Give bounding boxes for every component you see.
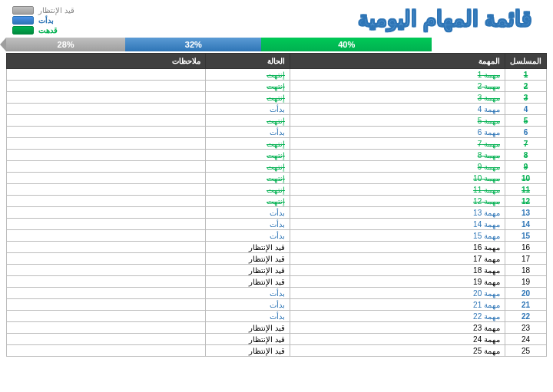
table-row: 25مهمة 25قيد الإنتظار — [7, 345, 547, 357]
cell-status: قيد الإنتظار — [206, 265, 290, 276]
table-row: 14مهمة 14بدأت — [7, 219, 547, 230]
cell-seq: 16 — [505, 242, 547, 253]
cell-task: مهمة 6 — [290, 127, 505, 138]
col-header-seq: المسلسل — [505, 54, 547, 69]
cell-notes — [7, 81, 206, 92]
cell-status: إنتهت — [206, 138, 290, 150]
cell-status: قيد الإنتظار — [206, 345, 290, 357]
cell-status: بدأت — [206, 288, 290, 299]
cell-status: بدأت — [206, 230, 290, 242]
table-row: 19مهمة 19قيد الإنتظار — [7, 276, 547, 288]
cell-seq: 24 — [505, 334, 547, 345]
swatch-green-icon — [12, 26, 34, 35]
cell-notes — [7, 69, 206, 81]
cell-notes — [7, 127, 206, 138]
cell-task: مهمة 19 — [290, 276, 505, 288]
table-row: 22مهمة 22بدأت — [7, 311, 547, 322]
col-header-task: المهمة — [290, 54, 505, 69]
cell-status: قيد الإنتظار — [206, 253, 290, 265]
cell-status: قيد الإنتظار — [206, 276, 290, 288]
table-row: 23مهمة 23قيد الإنتظار — [7, 322, 547, 334]
cell-status: بدأت — [206, 311, 290, 322]
cell-status: قيد الإنتظار — [206, 334, 290, 345]
cell-seq: 1 — [505, 69, 547, 81]
cell-seq: 20 — [505, 288, 547, 299]
cell-notes — [7, 288, 206, 299]
table-row: 20مهمة 20بدأت — [7, 288, 547, 299]
legend-done: قدهت — [12, 26, 75, 35]
cell-seq: 7 — [505, 138, 547, 150]
cell-seq: 3 — [505, 92, 547, 104]
col-header-notes: ملاحظات — [7, 54, 206, 69]
cell-task: مهمة 11 — [290, 184, 505, 196]
cell-task: مهمة 14 — [290, 219, 505, 230]
cell-task: مهمة 4 — [290, 104, 505, 115]
cell-task: مهمة 7 — [290, 138, 505, 150]
cell-status: إنتهت — [206, 115, 290, 127]
cell-task: مهمة 1 — [290, 69, 505, 81]
cell-notes — [7, 115, 206, 127]
cell-task: مهمة 22 — [290, 311, 505, 322]
table-row: 12مهمة 12إنتهت — [7, 196, 547, 207]
table-row: 9مهمة 9إنتهت — [7, 161, 547, 173]
cell-seq: 5 — [505, 115, 547, 127]
cell-seq: 23 — [505, 322, 547, 334]
cell-notes — [7, 322, 206, 334]
cell-status: إنتهت — [206, 150, 290, 161]
cell-task: مهمة 8 — [290, 150, 505, 161]
cell-notes — [7, 173, 206, 184]
cell-task: مهمة 3 — [290, 92, 505, 104]
cell-seq: 10 — [505, 173, 547, 184]
cell-status: إنتهت — [206, 196, 290, 207]
swatch-gray-icon — [12, 6, 34, 15]
cell-task: مهمة 5 — [290, 115, 505, 127]
cell-task: مهمة 17 — [290, 253, 505, 265]
cell-seq: 25 — [505, 345, 547, 357]
cell-notes — [7, 299, 206, 311]
legend-done-label: قدهت — [38, 26, 58, 35]
progress-blue: 32% — [125, 38, 261, 51]
cell-seq: 8 — [505, 150, 547, 161]
cell-notes — [7, 92, 206, 104]
cell-notes — [7, 196, 206, 207]
table-row: 2مهمة 2إنتهت — [7, 81, 547, 92]
cell-task: مهمة 24 — [290, 334, 505, 345]
cell-status: إنتهت — [206, 69, 290, 81]
cell-seq: 22 — [505, 311, 547, 322]
cell-task: مهمة 10 — [290, 173, 505, 184]
progress-bars: 40% 32% 28% — [6, 38, 432, 51]
legend-started-label: بدأت — [38, 16, 54, 25]
cell-task: مهمة 21 — [290, 299, 505, 311]
cell-seq: 13 — [505, 207, 547, 219]
cell-seq: 4 — [505, 104, 547, 115]
cell-notes — [7, 184, 206, 196]
cell-status: قيد الإنتظار — [206, 322, 290, 334]
legend-pending-label: قيد الإنتظار — [38, 6, 75, 15]
cell-seq: 11 — [505, 184, 547, 196]
cell-seq: 14 — [505, 219, 547, 230]
cell-seq: 12 — [505, 196, 547, 207]
cell-notes — [7, 311, 206, 322]
cell-notes — [7, 265, 206, 276]
table-row: 7مهمة 7إنتهت — [7, 138, 547, 150]
cell-task: مهمة 12 — [290, 196, 505, 207]
cell-status: بدأت — [206, 104, 290, 115]
cell-seq: 17 — [505, 253, 547, 265]
cell-status: قيد الإنتظار — [206, 242, 290, 253]
legend: قيد الإنتظار بدأت قدهت — [12, 6, 75, 35]
cell-notes — [7, 334, 206, 345]
cell-task: مهمة 2 — [290, 81, 505, 92]
cell-seq: 2 — [505, 81, 547, 92]
table-row: 3مهمة 3إنتهت — [7, 92, 547, 104]
col-header-status: الحالة — [206, 54, 290, 69]
header: قائمة المهام اليومية قيد الإنتظار بدأت ق… — [6, 6, 547, 35]
cell-status: إنتهت — [206, 81, 290, 92]
cell-seq: 9 — [505, 161, 547, 173]
table-row: 21مهمة 21بدأت — [7, 299, 547, 311]
table-row: 13مهمة 13بدأت — [7, 207, 547, 219]
cell-task: مهمة 13 — [290, 207, 505, 219]
cell-status: إنتهت — [206, 161, 290, 173]
cell-notes — [7, 219, 206, 230]
cell-seq: 21 — [505, 299, 547, 311]
table-row: 16مهمة 16قيد الإنتظار — [7, 242, 547, 253]
